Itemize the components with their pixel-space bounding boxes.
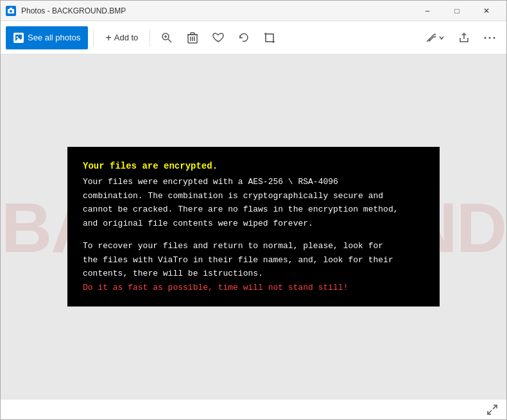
delete-button[interactable] — [181, 26, 204, 49]
photos-icon — [13, 33, 24, 43]
title-bar-controls: – □ ✕ — [413, 1, 501, 21]
ransom-body-4: and original file contents were wiped fo… — [83, 217, 424, 230]
svg-rect-2 — [10, 8, 12, 10]
share-button[interactable] — [452, 26, 476, 49]
expand-button[interactable] — [485, 402, 500, 417]
ransom-body-3: cannot be cracked. There are no flaws in… — [83, 203, 424, 216]
ransom-body-7: contents, there will be istructions. — [83, 267, 424, 280]
more-button[interactable] — [478, 26, 501, 49]
ransom-body-1: Your files were encrypted with a AES-256… — [83, 176, 424, 189]
svg-rect-12 — [191, 33, 194, 35]
ransom-urgent: Do it as fast as possible, time will not… — [83, 281, 424, 294]
maximize-button[interactable]: □ — [442, 1, 472, 21]
svg-point-21 — [494, 37, 495, 38]
close-button[interactable]: ✕ — [472, 1, 501, 21]
svg-point-1 — [10, 10, 12, 12]
svg-line-22 — [493, 405, 497, 409]
add-to-button[interactable]: + Add to — [99, 26, 144, 49]
ransom-body-2: combination. The combination is cryptogr… — [83, 190, 424, 203]
rotate-button[interactable] — [232, 26, 255, 49]
minimize-button[interactable]: – — [413, 1, 442, 21]
toolbar-divider-1 — [93, 29, 94, 47]
title-bar: Photos - BACKGROUND.BMP – □ ✕ — [1, 1, 506, 21]
window-title: Photos - BACKGROUND.BMP — [21, 6, 126, 15]
add-to-label: Add to — [114, 33, 139, 42]
ransomware-message: Your files are encrypted. Your files wer… — [67, 147, 440, 307]
ransom-body-6: the files with ViaTro in their file name… — [83, 254, 424, 267]
see-all-photos-label: See all photos — [28, 33, 80, 42]
edit-create-button[interactable] — [420, 26, 450, 49]
svg-point-4 — [17, 36, 19, 38]
app-window: Photos - BACKGROUND.BMP – □ ✕ See all ph… — [0, 0, 507, 420]
bottom-bar — [1, 399, 506, 419]
toolbar-right — [420, 26, 501, 49]
svg-line-7 — [168, 39, 171, 42]
add-icon: + — [105, 32, 111, 44]
crop-button[interactable] — [258, 26, 281, 49]
toolbar-divider-2 — [150, 29, 150, 47]
app-icon — [6, 6, 16, 16]
ransom-body-5: To recover your files and return to norm… — [83, 240, 424, 253]
see-all-photos-button[interactable]: See all photos — [6, 26, 88, 49]
heart-button[interactable] — [207, 26, 230, 49]
main-content: BACKGROUND Your files are encrypted. You… — [1, 55, 506, 399]
svg-point-20 — [489, 37, 491, 38]
svg-point-19 — [485, 37, 486, 38]
ransom-title: Your files are encrypted. — [83, 160, 424, 173]
svg-rect-16 — [266, 34, 273, 42]
title-bar-left: Photos - BACKGROUND.BMP — [6, 6, 126, 16]
svg-line-23 — [488, 410, 492, 414]
zoom-button[interactable] — [155, 26, 178, 49]
toolbar: See all photos + Add to — [1, 21, 506, 55]
ransom-spacer — [83, 231, 424, 240]
